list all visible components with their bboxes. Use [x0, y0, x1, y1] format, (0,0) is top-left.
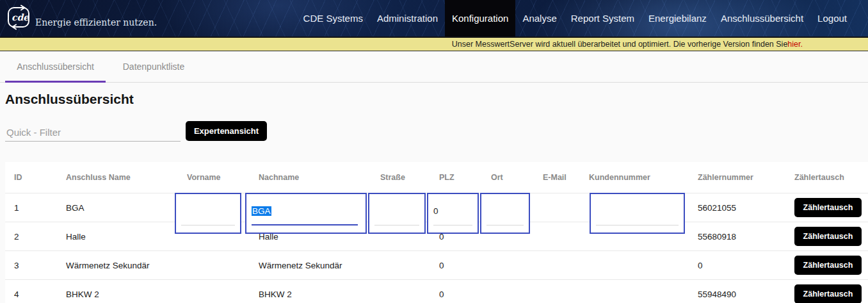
col-id: ID — [5, 173, 66, 182]
col-plz: PLZ — [439, 173, 491, 182]
input-underline — [596, 225, 679, 225]
edit-field-plz-value: 0 — [433, 206, 438, 216]
brand: cde Energie effizienter nutzen. — [6, 3, 157, 35]
edit-field-vorname[interactable] — [175, 193, 241, 234]
cell-anschluss-name: BGA — [66, 203, 187, 213]
col-kundennummer: Kundennummer — [589, 173, 698, 182]
input-underline-focused — [252, 224, 358, 225]
table-header-row: ID Anschluss Name Vorname Nachname Straß… — [5, 162, 868, 193]
quick-filter-input[interactable] — [5, 123, 181, 142]
nav-item-report-system[interactable]: Report System — [564, 0, 641, 37]
edit-field-plz[interactable]: 0 — [427, 193, 479, 234]
zaehlertausch-button[interactable]: Zählertausch — [794, 256, 862, 275]
col-ort: Ort — [491, 173, 543, 182]
expertenansicht-button[interactable]: Expertenansicht — [186, 121, 267, 141]
nav-item-energiebilanz[interactable]: Energiebilanz — [641, 0, 714, 37]
nav-item-logout[interactable]: Logout — [810, 0, 854, 37]
cell-id: 1 — [5, 203, 66, 213]
cell-zaehlernummer: 55948490 — [698, 290, 794, 299]
tab-anschlussuebersicht[interactable]: Anschlussübersicht — [5, 51, 106, 82]
nav-item-cde-systems[interactable]: CDE Systems — [296, 0, 370, 37]
cell-id: 3 — [5, 261, 66, 270]
tab-datenpunktliste[interactable]: Datenpunktliste — [106, 51, 202, 82]
nav-item-analyse[interactable]: Analyse — [515, 0, 563, 37]
cell-nachname: BHKW 2 — [259, 290, 380, 299]
edit-field-ort[interactable] — [480, 193, 530, 234]
logo-text: cde — [12, 12, 29, 22]
anschluss-table: ID Anschluss Name Vorname Nachname Straß… — [5, 162, 868, 303]
top-header: cde Energie effizienter nutzen. CDE Syst… — [0, 0, 868, 37]
brand-tagline: Energie effizienter nutzen. — [35, 17, 157, 28]
cell-zaehlernummer: 0 — [698, 261, 794, 270]
input-underline — [486, 225, 524, 225]
nav-item-konfiguration[interactable]: Konfiguration — [445, 0, 515, 37]
tab-label: Anschlussübersicht — [17, 61, 94, 72]
notice-banner: Unser MesswertServer wird aktuell überar… — [0, 37, 868, 51]
zaehlertausch-button[interactable]: Zählertausch — [794, 284, 862, 303]
col-email: E-Mail — [543, 173, 589, 182]
edit-field-strasse[interactable] — [368, 193, 426, 234]
notice-link-hier[interactable]: hier. — [787, 40, 803, 49]
input-underline — [374, 225, 419, 225]
col-zaehlertausch: Zählertausch — [794, 173, 868, 182]
cell-id: 4 — [5, 290, 66, 299]
cell-anschluss-name: BHKW 2 — [66, 290, 187, 299]
tab-label: Datenpunktliste — [123, 61, 185, 72]
notice-text: Unser MesswertServer wird aktuell überar… — [452, 40, 788, 49]
edit-field-nachname-value: BGA — [252, 206, 271, 216]
input-underline — [181, 225, 235, 225]
zaehlertausch-button[interactable]: Zählertausch — [794, 198, 862, 217]
nav-item-anschluss-bersicht[interactable]: Anschlussübersicht — [714, 0, 810, 37]
input-underline — [433, 225, 472, 225]
table-row[interactable]: 4 BHKW 2 BHKW 2 0 55948490 Zählertausch — [5, 279, 868, 303]
tab-bar: Anschlussübersicht Datenpunktliste — [0, 51, 868, 83]
cell-plz: 0 — [439, 261, 491, 270]
main-nav: CDE SystemsAdministrationKonfigurationAn… — [296, 0, 854, 37]
edit-field-kundennummer[interactable] — [590, 193, 685, 234]
app-root: cde Energie effizienter nutzen. CDE Syst… — [0, 0, 868, 303]
col-zaehlernummer: Zählernummer — [698, 173, 794, 182]
table-row[interactable]: 3 Wärmenetz Sekundär Wärmenetz Sekundär … — [5, 250, 868, 279]
zaehlertausch-button[interactable]: Zählertausch — [794, 227, 862, 246]
cell-id: 2 — [5, 232, 66, 242]
col-strasse: Straße — [380, 173, 439, 182]
cell-anschluss-name: Halle — [66, 232, 187, 242]
cell-plz: 0 — [439, 290, 491, 299]
cde-logo-icon: cde — [6, 3, 31, 35]
cell-nachname: Wärmenetz Sekundär — [259, 261, 380, 270]
page-title: Anschlussübersicht — [5, 92, 134, 107]
cell-anschluss-name: Wärmenetz Sekundär — [66, 261, 187, 270]
edit-field-nachname[interactable]: BGA — [245, 193, 367, 234]
col-anschluss-name: Anschluss Name — [66, 173, 187, 182]
col-nachname: Nachname — [259, 173, 380, 182]
nav-item-administration[interactable]: Administration — [370, 0, 445, 37]
cell-zaehlernummer: 56021055 — [698, 203, 794, 213]
col-vorname: Vorname — [187, 173, 259, 182]
cell-zaehlernummer: 55680918 — [698, 232, 794, 242]
